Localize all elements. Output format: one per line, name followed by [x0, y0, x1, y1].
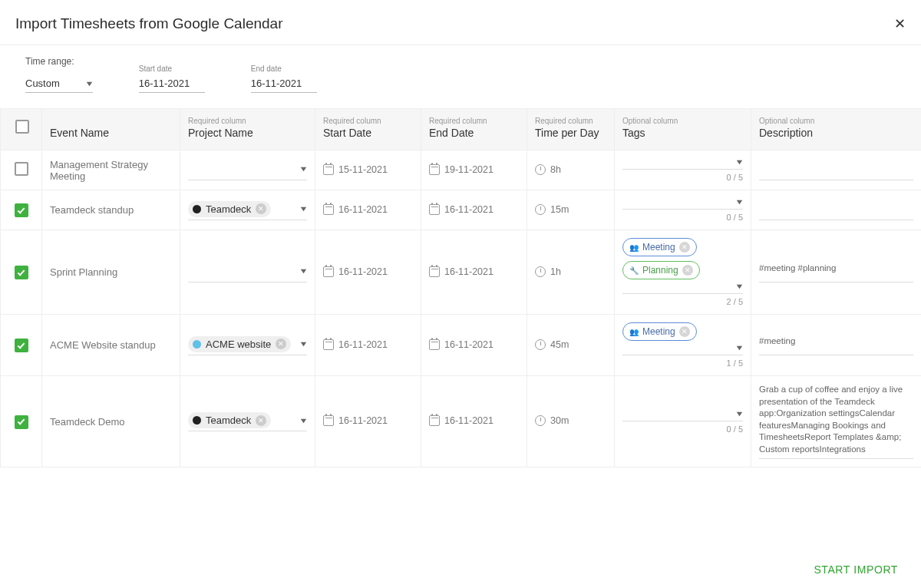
- start-date-cell[interactable]: 16-11-2021: [323, 411, 413, 431]
- tags-select[interactable]: ▼: [622, 410, 743, 421]
- calendar-icon: [323, 204, 334, 215]
- start-date-cell[interactable]: 16-11-2021: [323, 200, 413, 220]
- chevron-down-icon: ▼: [734, 344, 744, 352]
- clock-icon: [535, 204, 546, 215]
- row-checkbox[interactable]: [15, 162, 28, 176]
- description-input[interactable]: Grab a cup of coffee and enjoy a live pr…: [759, 384, 913, 459]
- tag-pill[interactable]: 🔧Planning: [622, 261, 700, 279]
- project-select[interactable]: Teamdeck▼: [188, 411, 307, 431]
- time-per-day-cell[interactable]: 45m: [535, 335, 606, 355]
- start-date-cell[interactable]: 15-11-2021: [323, 160, 413, 180]
- col-start-date: Required column Start Date: [315, 109, 421, 150]
- date-value: 16-11-2021: [444, 266, 494, 277]
- dialog-title: Import Timesheets from Google Calendar: [15, 15, 283, 32]
- col-event-name: Event Name: [42, 109, 180, 150]
- project-chip[interactable]: Teamdeck: [188, 201, 271, 217]
- project-select[interactable]: ▼: [188, 160, 307, 180]
- select-all-checkbox[interactable]: [15, 120, 29, 134]
- dialog-header: Import Timesheets from Google Calendar ✕: [0, 0, 921, 45]
- table-row: Management Strategy Meeting▼15-11-202119…: [1, 150, 922, 190]
- time-per-day-cell[interactable]: 15m: [535, 200, 606, 220]
- project-name: Teamdeck: [206, 415, 251, 426]
- time-per-day-cell[interactable]: 30m: [535, 411, 606, 431]
- remove-tag-icon[interactable]: [682, 265, 693, 276]
- time-per-day-cell[interactable]: 8h: [535, 160, 606, 180]
- row-checkbox[interactable]: [15, 415, 28, 429]
- row-checkbox[interactable]: [15, 339, 28, 352]
- row-checkbox[interactable]: [15, 266, 28, 279]
- project-dot-icon: [193, 205, 201, 213]
- date-value: 19-11-2021: [444, 164, 494, 175]
- end-date-label: End date: [251, 64, 317, 73]
- col-project-name: Required column Project Name: [180, 109, 315, 150]
- project-select[interactable]: ACME website▼: [188, 335, 307, 355]
- remove-tag-icon[interactable]: [679, 326, 690, 337]
- start-import-button[interactable]: START IMPORT: [814, 563, 898, 576]
- project-chip[interactable]: ACME website: [188, 336, 291, 352]
- time-range-mode-select[interactable]: Custom ▼: [25, 76, 93, 93]
- chevron-down-icon: ▼: [84, 80, 94, 88]
- remove-project-icon[interactable]: [276, 339, 286, 349]
- end-date-cell[interactable]: 19-11-2021: [429, 160, 519, 180]
- tags-select[interactable]: ▼: [622, 158, 743, 170]
- clock-icon: [535, 415, 546, 426]
- end-date-cell[interactable]: 16-11-2021: [429, 263, 519, 282]
- tags-select[interactable]: ▼: [622, 282, 743, 294]
- date-value: 16-11-2021: [338, 204, 388, 215]
- time-range-mode-value: Custom: [25, 78, 60, 89]
- chevron-down-icon: ▼: [299, 205, 308, 213]
- start-date-input[interactable]: [139, 76, 205, 93]
- end-date-cell[interactable]: 16-11-2021: [429, 335, 519, 355]
- tags-select[interactable]: ▼: [622, 344, 743, 355]
- close-icon[interactable]: ✕: [894, 17, 906, 31]
- calendar-icon: [323, 164, 334, 175]
- project-select[interactable]: Teamdeck▼: [188, 200, 307, 220]
- chevron-down-icon: ▼: [734, 282, 744, 290]
- remove-project-icon[interactable]: [256, 203, 266, 214]
- calendar-icon: [323, 339, 334, 350]
- time-value: 1h: [550, 266, 561, 277]
- project-dot-icon: [193, 416, 201, 424]
- calendar-icon: [429, 164, 440, 175]
- tag-count: 0 / 5: [622, 213, 743, 222]
- clock-icon: [535, 339, 546, 350]
- remove-project-icon[interactable]: [256, 415, 266, 426]
- col-end-date: Required column End Date: [421, 109, 527, 150]
- table-row: Teamdeck standupTeamdeck▼16-11-202116-11…: [1, 190, 922, 230]
- event-name: ACME Website standup: [50, 339, 156, 351]
- tags-select[interactable]: ▼: [622, 198, 743, 210]
- end-date-cell[interactable]: 16-11-2021: [429, 200, 519, 220]
- chevron-down-icon: ▼: [734, 198, 744, 206]
- calendar-icon: [323, 266, 334, 277]
- chevron-down-icon: ▼: [734, 410, 744, 418]
- description-input[interactable]: [759, 160, 913, 180]
- row-checkbox[interactable]: [15, 203, 28, 217]
- tag-pill[interactable]: 👥Meeting: [622, 238, 697, 256]
- clock-icon: [535, 266, 546, 277]
- calendar-icon: [429, 339, 440, 350]
- date-value: 16-11-2021: [444, 204, 494, 215]
- description-input[interactable]: #meeting: [759, 335, 913, 355]
- time-value: 30m: [550, 415, 569, 426]
- time-value: 45m: [550, 339, 569, 350]
- start-date-cell[interactable]: 16-11-2021: [323, 335, 413, 355]
- event-name: Teamdeck Demo: [50, 416, 125, 428]
- calendar-icon: [429, 266, 440, 277]
- project-chip[interactable]: Teamdeck: [188, 412, 271, 428]
- time-per-day-cell[interactable]: 1h: [535, 263, 606, 282]
- people-icon: 👥: [629, 328, 639, 336]
- end-date-input[interactable]: [251, 76, 317, 93]
- remove-tag-icon[interactable]: [679, 242, 690, 253]
- project-select[interactable]: ▼: [188, 263, 307, 282]
- calendar-icon: [323, 415, 334, 426]
- description-input[interactable]: [759, 200, 913, 220]
- wrench-icon: 🔧: [629, 266, 639, 275]
- start-date-cell[interactable]: 16-11-2021: [323, 263, 413, 282]
- tag-pill[interactable]: 👥Meeting: [622, 322, 697, 341]
- date-value: 16-11-2021: [338, 415, 388, 426]
- description-input[interactable]: #meeting #planning: [759, 263, 913, 282]
- tag-count: 2 / 5: [622, 297, 743, 306]
- time-range-row: Time range: Custom ▼ Start date End date: [0, 45, 921, 96]
- calendar-icon: [429, 415, 440, 426]
- end-date-cell[interactable]: 16-11-2021: [429, 411, 519, 431]
